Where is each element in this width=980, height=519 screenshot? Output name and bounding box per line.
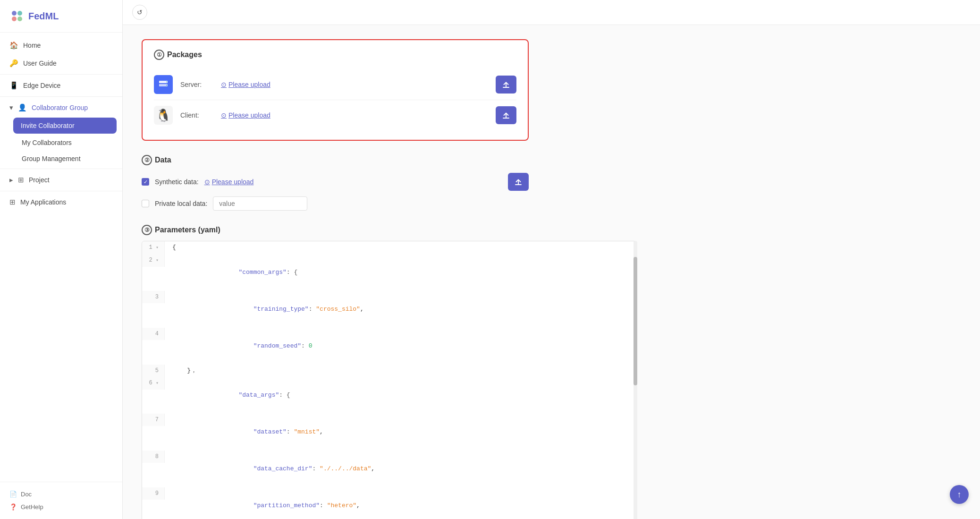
- client-upload-text: Please upload: [228, 111, 270, 119]
- code-editor-wrap: 1 ▾ { 2 ▾ "common_args": { 3 "training_: [142, 241, 637, 519]
- footer-get-help-label: GetHelp: [21, 503, 43, 510]
- sidebar-item-collaborator-group[interactable]: ▾ 👤 Collaborator Group: [0, 99, 122, 117]
- sidebar-item-user-guide[interactable]: 🔑 User Guide: [0, 54, 122, 72]
- svg-point-7: [166, 85, 167, 86]
- footer-doc[interactable]: 📄 Doc: [9, 488, 113, 501]
- line-content-9: "partition_method": "hetero",: [165, 487, 637, 519]
- client-pkg-icon: 🐧: [154, 106, 173, 125]
- packages-step: ①: [154, 50, 164, 60]
- client-row: 🐧 Client: ⊙ Please upload: [154, 100, 516, 130]
- data-title: ② Data: [142, 155, 529, 165]
- sidebar-item-edge-device[interactable]: 📱 Edge Device: [0, 77, 122, 94]
- params-step: ③: [142, 225, 152, 235]
- footer-get-help[interactable]: ❓ GetHelp: [9, 501, 113, 513]
- nav-divider-1: [0, 74, 122, 75]
- line-num-2: 2 ▾: [142, 254, 165, 267]
- sidebar-item-user-guide-label: User Guide: [23, 60, 57, 67]
- synthetic-upload-icon: ⊙: [204, 178, 210, 186]
- code-editor[interactable]: 1 ▾ { 2 ▾ "common_args": { 3 "training_: [142, 241, 637, 519]
- svg-point-6: [166, 82, 167, 83]
- home-icon: 🏠: [9, 41, 18, 50]
- collaborator-group-subnav: Invite Collaborator My Collaborators Gro…: [0, 118, 122, 167]
- footer-doc-label: Doc: [21, 491, 32, 498]
- params-title: ③ Parameters (yaml): [142, 225, 637, 235]
- key-icon: 🔑: [9, 59, 18, 68]
- private-checkbox[interactable]: [142, 200, 149, 207]
- packages-section: ① Packages Server: ⊙ Please upload: [142, 39, 529, 141]
- line-num-6: 6 ▾: [142, 377, 165, 390]
- svg-point-0: [12, 11, 17, 16]
- sidebar-item-project[interactable]: ▸ ⊞ Project: [0, 171, 122, 189]
- code-line-7: 7 "dataset": "mnist",: [142, 414, 637, 451]
- doc-icon: 📄: [9, 491, 17, 498]
- line-content-8: "data_cache_dir": "./../../data",: [165, 451, 637, 487]
- private-data-row: Private local data:: [142, 196, 529, 211]
- sidebar-item-home[interactable]: 🏠 Home: [0, 36, 122, 54]
- nav-divider-4: [0, 191, 122, 191]
- sidebar-item-collaborator-group-label: Collaborator Group: [32, 104, 88, 111]
- nav-divider-3: [0, 169, 122, 169]
- private-data-input[interactable]: [213, 196, 307, 211]
- server-upload-link[interactable]: ⊙ Please upload: [221, 81, 270, 88]
- client-label: Client:: [180, 111, 213, 119]
- code-line-8: 8 "data_cache_dir": "./../../data",: [142, 451, 637, 487]
- svg-point-2: [12, 17, 17, 21]
- synthetic-checkbox[interactable]: ✓: [142, 178, 149, 186]
- line-content-6: "data_args": {: [165, 377, 637, 414]
- invite-collaborator-label: Invite Collaborator: [21, 122, 75, 129]
- line-num-1: 1 ▾: [142, 241, 165, 254]
- synthetic-data-row: ✓ Synthetic data: ⊙ Please upload: [142, 173, 529, 191]
- server-pkg-icon: [154, 75, 173, 94]
- back-button[interactable]: ↺: [132, 5, 147, 20]
- scroll-to-top-button[interactable]: ↑: [950, 485, 969, 504]
- synthetic-upload-text: Please upload: [212, 178, 254, 186]
- sidebar-item-project-label: Project: [29, 176, 50, 184]
- synthetic-upload-button[interactable]: [508, 173, 529, 191]
- code-line-3: 3 "training_type": "cross_silo",: [142, 291, 637, 328]
- svg-point-1: [17, 11, 22, 16]
- sidebar-nav: 🏠 Home 🔑 User Guide 📱 Edge Device ▾ 👤 Co…: [0, 33, 122, 482]
- line-content-3: "training_type": "cross_silo",: [165, 291, 637, 328]
- line-num-8: 8: [142, 451, 165, 463]
- server-upload-button[interactable]: [496, 76, 516, 94]
- synthetic-data-label: Synthetic data:: [155, 178, 199, 186]
- code-line-9: 9 "partition_method": "hetero",: [142, 487, 637, 519]
- nav-divider-2: [0, 96, 122, 97]
- main-area: ↺ ① Packages Server:: [123, 0, 980, 519]
- sidebar-item-group-management[interactable]: Group Management: [0, 151, 122, 167]
- data-step: ②: [142, 155, 152, 165]
- logo: FedML: [0, 0, 122, 33]
- sidebar-footer: 📄 Doc ❓ GetHelp: [0, 482, 122, 519]
- params-section: ③ Parameters (yaml) 1 ▾ { 2 ▾ "common_ar…: [142, 225, 637, 519]
- sidebar-item-edge-device-label: Edge Device: [23, 82, 60, 89]
- line-num-7: 7: [142, 414, 165, 426]
- grid-icon-project: ⊞: [18, 176, 24, 184]
- packages-title: ① Packages: [154, 50, 516, 60]
- collapse-icon-project: ▸: [9, 176, 13, 184]
- private-data-label: Private local data:: [155, 200, 207, 207]
- grid-icon-apps: ⊞: [9, 198, 16, 206]
- line-content-2: "common_args": {: [165, 254, 637, 291]
- line-content-1: {: [165, 241, 637, 254]
- sidebar-item-my-collaborators[interactable]: My Collaborators: [0, 135, 122, 151]
- sidebar-item-invite-collaborator[interactable]: Invite Collaborator: [13, 118, 117, 134]
- code-line-4: 4 "random_seed": 0: [142, 328, 637, 365]
- sidebar: FedML 🏠 Home 🔑 User Guide 📱 Edge Device …: [0, 0, 123, 519]
- server-upload-text: Please upload: [228, 81, 270, 88]
- group-management-label: Group Management: [22, 155, 81, 162]
- client-upload-button[interactable]: [496, 106, 516, 124]
- code-scrollbar[interactable]: [634, 241, 637, 519]
- client-upload-link[interactable]: ⊙ Please upload: [221, 111, 270, 119]
- line-content-5: }，: [165, 365, 637, 377]
- code-line-1: 1 ▾ {: [142, 241, 637, 254]
- sidebar-item-my-applications[interactable]: ⊞ My Applications: [0, 193, 122, 211]
- line-num-5: 5: [142, 365, 165, 377]
- code-line-2: 2 ▾ "common_args": {: [142, 254, 637, 291]
- main-header: ↺: [123, 0, 980, 25]
- code-line-5: 5 }，: [142, 365, 637, 377]
- synthetic-upload-link[interactable]: ⊙ Please upload: [204, 178, 254, 186]
- code-scrollbar-thumb: [634, 257, 637, 385]
- collapse-icon-collaborator: ▾: [9, 103, 13, 112]
- data-title-text: Data: [155, 156, 171, 164]
- line-num-3: 3: [142, 291, 165, 303]
